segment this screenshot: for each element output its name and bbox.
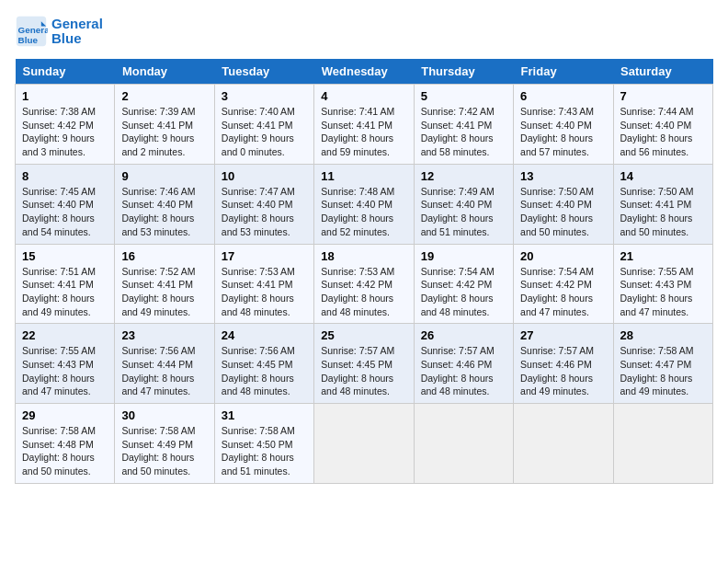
calendar-cell: 24 Sunrise: 7:56 AM Sunset: 4:45 PM Dayl… <box>214 324 313 404</box>
calendar-table: SundayMondayTuesdayWednesdayThursdayFrid… <box>15 59 713 484</box>
day-info: Sunrise: 7:49 AM Sunset: 4:40 PM Dayligh… <box>421 185 506 239</box>
day-info: Sunrise: 7:48 AM Sunset: 4:40 PM Dayligh… <box>321 185 406 239</box>
calendar-week-3: 15 Sunrise: 7:51 AM Sunset: 4:41 PM Dayl… <box>16 244 713 324</box>
day-number: 6 <box>520 89 606 103</box>
day-info: Sunrise: 7:55 AM Sunset: 4:43 PM Dayligh… <box>620 265 706 319</box>
day-number: 25 <box>321 328 406 342</box>
weekday-header-thursday: Thursday <box>414 59 513 85</box>
calendar-cell <box>613 404 712 484</box>
day-number: 7 <box>620 89 706 103</box>
day-number: 19 <box>421 249 506 263</box>
calendar-cell <box>514 404 613 484</box>
day-number: 15 <box>22 249 108 263</box>
day-number: 29 <box>22 408 108 422</box>
page-header: General Blue GeneralBlue <box>15 15 713 48</box>
calendar-cell <box>314 404 414 484</box>
day-number: 2 <box>121 89 207 103</box>
day-info: Sunrise: 7:45 AM Sunset: 4:40 PM Dayligh… <box>22 185 108 239</box>
logo-text: GeneralBlue <box>51 17 103 47</box>
day-info: Sunrise: 7:50 AM Sunset: 4:40 PM Dayligh… <box>520 185 606 239</box>
day-info: Sunrise: 7:56 AM Sunset: 4:44 PM Dayligh… <box>121 344 207 398</box>
day-number: 5 <box>421 89 506 103</box>
calendar-cell: 25 Sunrise: 7:57 AM Sunset: 4:45 PM Dayl… <box>314 324 414 404</box>
calendar-cell: 12 Sunrise: 7:49 AM Sunset: 4:40 PM Dayl… <box>414 164 513 244</box>
weekday-header-friday: Friday <box>514 59 613 85</box>
calendar-cell: 6 Sunrise: 7:43 AM Sunset: 4:40 PM Dayli… <box>514 85 613 165</box>
calendar-week-4: 22 Sunrise: 7:55 AM Sunset: 4:43 PM Dayl… <box>16 324 713 404</box>
calendar-cell: 18 Sunrise: 7:53 AM Sunset: 4:42 PM Dayl… <box>314 244 414 324</box>
calendar-cell: 31 Sunrise: 7:58 AM Sunset: 4:50 PM Dayl… <box>214 404 313 484</box>
day-info: Sunrise: 7:43 AM Sunset: 4:40 PM Dayligh… <box>520 105 606 159</box>
day-number: 26 <box>421 328 506 342</box>
day-number: 3 <box>222 89 307 103</box>
day-info: Sunrise: 7:52 AM Sunset: 4:41 PM Dayligh… <box>121 265 207 319</box>
day-info: Sunrise: 7:47 AM Sunset: 4:40 PM Dayligh… <box>222 185 307 239</box>
logo-icon: General Blue <box>15 15 48 48</box>
day-info: Sunrise: 7:56 AM Sunset: 4:45 PM Dayligh… <box>222 344 307 398</box>
weekday-header-wednesday: Wednesday <box>314 59 414 85</box>
day-info: Sunrise: 7:38 AM Sunset: 4:42 PM Dayligh… <box>22 105 108 159</box>
day-info: Sunrise: 7:55 AM Sunset: 4:43 PM Dayligh… <box>22 344 108 398</box>
day-number: 28 <box>620 328 706 342</box>
calendar-cell: 7 Sunrise: 7:44 AM Sunset: 4:40 PM Dayli… <box>613 85 712 165</box>
calendar-cell: 13 Sunrise: 7:50 AM Sunset: 4:40 PM Dayl… <box>514 164 613 244</box>
day-info: Sunrise: 7:57 AM Sunset: 4:46 PM Dayligh… <box>520 344 606 398</box>
calendar-cell: 8 Sunrise: 7:45 AM Sunset: 4:40 PM Dayli… <box>16 164 115 244</box>
calendar-cell: 11 Sunrise: 7:48 AM Sunset: 4:40 PM Dayl… <box>314 164 414 244</box>
day-number: 22 <box>22 328 108 342</box>
calendar-cell: 4 Sunrise: 7:41 AM Sunset: 4:41 PM Dayli… <box>314 85 414 165</box>
calendar-cell: 30 Sunrise: 7:58 AM Sunset: 4:49 PM Dayl… <box>115 404 214 484</box>
calendar-cell: 15 Sunrise: 7:51 AM Sunset: 4:41 PM Dayl… <box>16 244 115 324</box>
calendar-cell: 23 Sunrise: 7:56 AM Sunset: 4:44 PM Dayl… <box>115 324 214 404</box>
day-info: Sunrise: 7:58 AM Sunset: 4:47 PM Dayligh… <box>620 344 706 398</box>
calendar-week-1: 1 Sunrise: 7:38 AM Sunset: 4:42 PM Dayli… <box>16 85 713 165</box>
day-number: 24 <box>222 328 307 342</box>
calendar-cell: 14 Sunrise: 7:50 AM Sunset: 4:41 PM Dayl… <box>613 164 712 244</box>
day-number: 14 <box>620 169 706 183</box>
day-number: 8 <box>22 169 108 183</box>
day-number: 9 <box>121 169 207 183</box>
day-number: 31 <box>222 408 307 422</box>
day-number: 30 <box>121 408 207 422</box>
day-number: 23 <box>121 328 207 342</box>
day-info: Sunrise: 7:46 AM Sunset: 4:40 PM Dayligh… <box>121 185 207 239</box>
calendar-cell: 10 Sunrise: 7:47 AM Sunset: 4:40 PM Dayl… <box>214 164 313 244</box>
calendar-cell: 17 Sunrise: 7:53 AM Sunset: 4:41 PM Dayl… <box>214 244 313 324</box>
calendar-cell <box>414 404 513 484</box>
calendar-cell: 3 Sunrise: 7:40 AM Sunset: 4:41 PM Dayli… <box>214 85 313 165</box>
day-info: Sunrise: 7:50 AM Sunset: 4:41 PM Dayligh… <box>620 185 706 239</box>
day-info: Sunrise: 7:58 AM Sunset: 4:49 PM Dayligh… <box>121 424 207 478</box>
weekday-header-tuesday: Tuesday <box>214 59 313 85</box>
day-number: 16 <box>121 249 207 263</box>
calendar-cell: 19 Sunrise: 7:54 AM Sunset: 4:42 PM Dayl… <box>414 244 513 324</box>
calendar-week-5: 29 Sunrise: 7:58 AM Sunset: 4:48 PM Dayl… <box>16 404 713 484</box>
day-info: Sunrise: 7:41 AM Sunset: 4:41 PM Dayligh… <box>321 105 406 159</box>
day-number: 21 <box>620 249 706 263</box>
day-info: Sunrise: 7:53 AM Sunset: 4:41 PM Dayligh… <box>222 265 307 319</box>
weekday-header-sunday: Sunday <box>16 59 115 85</box>
day-info: Sunrise: 7:54 AM Sunset: 4:42 PM Dayligh… <box>421 265 506 319</box>
day-number: 18 <box>321 249 406 263</box>
day-info: Sunrise: 7:57 AM Sunset: 4:45 PM Dayligh… <box>321 344 406 398</box>
day-number: 27 <box>520 328 606 342</box>
calendar-week-2: 8 Sunrise: 7:45 AM Sunset: 4:40 PM Dayli… <box>16 164 713 244</box>
calendar-cell: 20 Sunrise: 7:54 AM Sunset: 4:42 PM Dayl… <box>514 244 613 324</box>
day-info: Sunrise: 7:51 AM Sunset: 4:41 PM Dayligh… <box>22 265 108 319</box>
day-number: 1 <box>22 89 108 103</box>
svg-text:Blue: Blue <box>18 35 39 45</box>
calendar-cell: 29 Sunrise: 7:58 AM Sunset: 4:48 PM Dayl… <box>16 404 115 484</box>
calendar-cell: 27 Sunrise: 7:57 AM Sunset: 4:46 PM Dayl… <box>514 324 613 404</box>
day-info: Sunrise: 7:39 AM Sunset: 4:41 PM Dayligh… <box>121 105 207 159</box>
calendar-cell: 16 Sunrise: 7:52 AM Sunset: 4:41 PM Dayl… <box>115 244 214 324</box>
day-info: Sunrise: 7:57 AM Sunset: 4:46 PM Dayligh… <box>421 344 506 398</box>
calendar-cell: 1 Sunrise: 7:38 AM Sunset: 4:42 PM Dayli… <box>16 85 115 165</box>
calendar-cell: 26 Sunrise: 7:57 AM Sunset: 4:46 PM Dayl… <box>414 324 513 404</box>
day-number: 20 <box>520 249 606 263</box>
day-info: Sunrise: 7:53 AM Sunset: 4:42 PM Dayligh… <box>321 265 406 319</box>
day-number: 12 <box>421 169 506 183</box>
day-number: 4 <box>321 89 406 103</box>
calendar-cell: 9 Sunrise: 7:46 AM Sunset: 4:40 PM Dayli… <box>115 164 214 244</box>
day-info: Sunrise: 7:58 AM Sunset: 4:48 PM Dayligh… <box>22 424 108 478</box>
day-info: Sunrise: 7:42 AM Sunset: 4:41 PM Dayligh… <box>421 105 506 159</box>
day-info: Sunrise: 7:44 AM Sunset: 4:40 PM Dayligh… <box>620 105 706 159</box>
